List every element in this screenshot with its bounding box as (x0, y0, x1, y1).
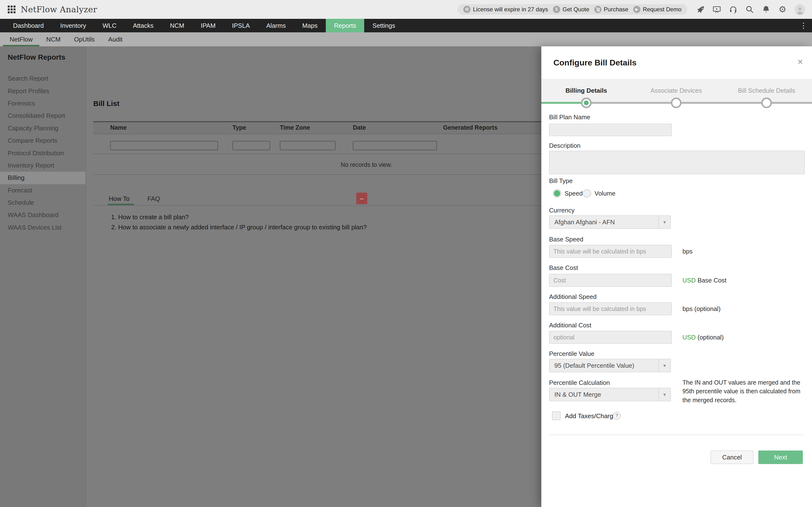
stepper-progress-remaining (586, 102, 812, 104)
headset-icon[interactable] (729, 5, 738, 14)
sidebar-item-report-profiles[interactable]: Report Profiles (0, 85, 86, 97)
filter-input-type[interactable] (233, 141, 270, 150)
column-header-generated-reports[interactable]: Generated Reports (439, 124, 502, 131)
bill-type-label: Bill Type (549, 177, 573, 185)
gear-icon[interactable]: ⚙ (778, 5, 787, 14)
description-field[interactable] (549, 151, 805, 174)
search-icon[interactable] (745, 5, 754, 14)
top-bar-icons: ⚙ (696, 4, 805, 15)
column-header-name[interactable]: Name (110, 124, 126, 131)
percentile-calculation-value: IN & OUT Merge (550, 391, 658, 398)
percentile-value-label: Percentile Value (549, 350, 594, 357)
close-icon[interactable]: ✕ (797, 58, 803, 66)
base-cost-field[interactable] (549, 274, 672, 287)
help-question-1[interactable]: 1. How to create a bill plan? (111, 213, 189, 221)
rocket-icon[interactable] (696, 5, 705, 14)
nav-tab-inventory[interactable]: Inventory (52, 19, 94, 32)
cancel-button[interactable]: Cancel (711, 451, 754, 464)
cart-icon (594, 6, 602, 13)
nav-tab-settings[interactable]: Settings (364, 19, 403, 32)
help-tabs-divider (93, 205, 541, 206)
step-associate-devices[interactable]: Associate Devices (633, 87, 720, 95)
bell-icon[interactable] (762, 5, 770, 14)
step-billing-details[interactable]: Billing Details (543, 87, 630, 95)
step-bill-schedule-details[interactable]: Bill Schedule Details (723, 87, 810, 95)
request-demo-link[interactable]: ▶ Request Demo (633, 6, 681, 13)
user-avatar-icon[interactable] (795, 4, 805, 15)
subnav-tab-netflow[interactable]: NetFlow (3, 32, 39, 46)
subnav-tab-ncm[interactable]: NCM (39, 32, 67, 46)
kebab-menu-icon[interactable]: ⋮ (800, 19, 807, 32)
license-expiry-text: License will expire in 27 days (473, 6, 548, 13)
nav-tab-dashboard[interactable]: Dashboard (5, 19, 52, 32)
subnav-tab-audit[interactable]: Audit (101, 32, 129, 46)
table-divider (93, 134, 541, 134)
nav-tab-ncm[interactable]: NCM (162, 19, 192, 32)
sidebar-item-forecast[interactable]: Forecast (0, 184, 86, 196)
filter-input-time-zone[interactable] (280, 141, 336, 150)
sidebar-item-search-report[interactable]: Search Report (0, 72, 86, 85)
sidebar-item-billing[interactable]: Billing (0, 172, 86, 184)
license-badge-icon: ✪ (463, 6, 470, 13)
get-quote-link[interactable]: $ Get Quote (553, 6, 590, 13)
add-taxes-checkbox[interactable] (552, 411, 561, 420)
nav-tab-ipsla[interactable]: IPSLA (224, 19, 258, 32)
tab-how-to[interactable]: How To (109, 195, 130, 203)
get-quote-text: Get Quote (563, 6, 590, 13)
percentile-calculation-note: The IN and OUT values are merged and the… (682, 378, 803, 404)
bill-plan-name-field[interactable] (549, 124, 672, 136)
top-bar: NetFlow Analyzer ✪ License will expire i… (0, 0, 812, 19)
percentile-calculation-label: Percentile Calculation (549, 379, 610, 387)
radio-volume[interactable] (583, 189, 591, 198)
sidebar-item-waas-dashboard[interactable]: WAAS Dashboard (0, 209, 86, 221)
sidebar-list: Search Report Report Profiles Forensics … (0, 72, 86, 234)
sidebar-item-waas-devices-list[interactable]: WAAS Devices List (0, 221, 86, 234)
sub-nav: NetFlow NCM OpUtils Audit (0, 32, 812, 46)
nav-tab-ipam[interactable]: IPAM (192, 19, 224, 32)
column-header-date[interactable]: Date (353, 124, 366, 131)
sidebar-item-capacity-planning[interactable]: Capacity Planning (0, 122, 86, 134)
additional-speed-field[interactable] (549, 302, 672, 315)
nav-tab-reports[interactable]: Reports (326, 19, 364, 32)
radio-speed[interactable] (553, 189, 561, 198)
caret-down-icon[interactable]: ▾ (658, 388, 670, 401)
currency-label: Currency (549, 207, 574, 214)
question-badge-icon[interactable]: ? (613, 412, 621, 419)
sidebar-item-inventory-report[interactable]: Inventory Report (0, 159, 86, 172)
additional-cost-field[interactable] (549, 331, 672, 344)
nav-tab-wlc[interactable]: WLC (94, 19, 125, 32)
subnav-tab-oputils[interactable]: OpUtils (67, 32, 101, 46)
tab-faq[interactable]: FAQ (147, 195, 160, 203)
dollar-icon: $ (553, 6, 560, 13)
table-bottom-border (93, 174, 541, 175)
additional-cost-unit-text: (optional) (698, 334, 723, 341)
sidebar-item-forensics[interactable]: Forensics (0, 97, 86, 110)
step-dot (761, 98, 772, 108)
sidebar-item-protocol-distribution[interactable]: Protocol Distribution (0, 147, 86, 159)
currency-select[interactable]: Afghan Afghani - AFN ▾ (549, 215, 671, 229)
filter-input-date[interactable] (353, 141, 437, 150)
apps-grid-icon[interactable] (8, 6, 15, 13)
nav-tab-maps[interactable]: Maps (294, 19, 326, 32)
base-speed-field[interactable] (549, 245, 672, 258)
purchase-link[interactable]: Purchase (594, 6, 628, 13)
nav-tab-alarms[interactable]: Alarms (258, 19, 294, 32)
column-header-time-zone[interactable]: Time Zone (280, 124, 310, 131)
license-expiry-link[interactable]: ✪ License will expire in 27 days (463, 6, 548, 13)
percentile-value-select[interactable]: 95 (Default Percentile Value) ▾ (549, 359, 671, 372)
caret-down-icon[interactable]: ▾ (658, 359, 670, 372)
caret-down-icon[interactable]: ▾ (658, 216, 670, 228)
nav-tab-attacks[interactable]: Attacks (125, 19, 162, 32)
sidebar-item-compare-reports[interactable]: Compare Reports (0, 134, 86, 147)
next-button[interactable]: Next (758, 451, 803, 464)
help-question-2[interactable]: 2. How to associate a newly added interf… (111, 224, 367, 231)
collapse-help-button[interactable]: – (356, 193, 367, 204)
percentile-calculation-select[interactable]: IN & OUT Merge ▾ (549, 388, 671, 401)
column-header-type[interactable]: Type (233, 124, 246, 131)
sidebar-item-schedule[interactable]: Schedule (0, 196, 86, 209)
screen-play-icon[interactable] (712, 5, 721, 14)
filter-input-name[interactable] (110, 141, 218, 150)
base-cost-unit: USD Base Cost (682, 277, 726, 284)
base-cost-currency: USD (682, 277, 696, 284)
sidebar-item-consolidated-report[interactable]: Consolidated Report (0, 110, 86, 122)
